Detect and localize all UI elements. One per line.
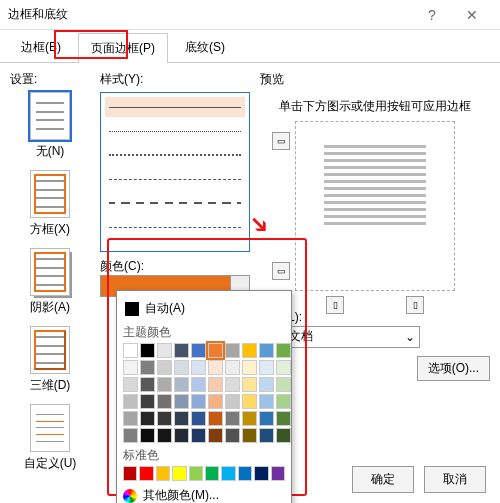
theme-swatch[interactable] (191, 343, 206, 358)
theme-swatch[interactable] (225, 377, 240, 392)
color-auto[interactable]: 自动(A) (123, 297, 285, 320)
theme-swatch[interactable] (123, 360, 138, 375)
standard-swatch[interactable] (254, 466, 268, 481)
setting-box[interactable]: 方框(X) (10, 170, 90, 238)
standard-swatch[interactable] (271, 466, 285, 481)
theme-swatch[interactable] (140, 428, 155, 443)
theme-swatch[interactable] (259, 394, 274, 409)
theme-swatch[interactable] (157, 411, 172, 426)
theme-swatch[interactable] (123, 394, 138, 409)
theme-swatch[interactable] (191, 411, 206, 426)
theme-swatch[interactable] (191, 377, 206, 392)
theme-swatch[interactable] (123, 411, 138, 426)
standard-swatch[interactable] (189, 466, 203, 481)
setting-3d-label: 三维(D) (30, 377, 71, 394)
tab-page-borders[interactable]: 页面边框(P) (78, 33, 168, 63)
theme-swatch[interactable] (225, 411, 240, 426)
theme-swatch[interactable] (208, 428, 223, 443)
edge-top-button[interactable]: ▭ (272, 132, 290, 150)
standard-swatch[interactable] (238, 466, 252, 481)
theme-swatch[interactable] (140, 377, 155, 392)
standard-swatch[interactable] (123, 466, 137, 481)
style-label: 样式(Y): (100, 71, 250, 88)
theme-swatch[interactable] (225, 428, 240, 443)
theme-swatch[interactable] (157, 377, 172, 392)
theme-swatch[interactable] (123, 377, 138, 392)
theme-swatch[interactable] (208, 394, 223, 409)
setting-3d[interactable]: 三维(D) (10, 326, 90, 394)
ok-button[interactable]: 确定 (352, 466, 414, 493)
theme-swatch[interactable] (276, 411, 291, 426)
theme-swatch[interactable] (157, 343, 172, 358)
theme-swatch[interactable] (276, 343, 291, 358)
tab-bar: 边框(B) 页面边框(P) 底纹(S) (0, 32, 500, 63)
theme-swatch[interactable] (276, 394, 291, 409)
theme-swatch[interactable] (208, 411, 223, 426)
theme-swatch[interactable] (259, 343, 274, 358)
color-popup: 自动(A) 主题颜色 标准色 其他颜色(M)... (116, 290, 292, 503)
theme-swatch[interactable] (208, 343, 223, 358)
setting-box-label: 方框(X) (30, 221, 70, 238)
theme-swatch[interactable] (276, 428, 291, 443)
theme-swatch[interactable] (208, 377, 223, 392)
tab-shading[interactable]: 底纹(S) (172, 32, 238, 62)
theme-swatch-grid (123, 343, 285, 443)
theme-swatch[interactable] (140, 394, 155, 409)
theme-swatch[interactable] (123, 428, 138, 443)
theme-swatch[interactable] (140, 343, 155, 358)
theme-swatch[interactable] (191, 428, 206, 443)
theme-swatch[interactable] (225, 360, 240, 375)
theme-swatch[interactable] (174, 394, 189, 409)
edge-bottom-button[interactable]: ▭ (272, 262, 290, 280)
theme-swatch[interactable] (191, 360, 206, 375)
preview-area[interactable]: ▭ ▭ ▯ ▯ (295, 121, 455, 291)
close-button[interactable]: ✕ (452, 1, 492, 29)
theme-swatch[interactable] (140, 360, 155, 375)
standard-swatch[interactable] (172, 466, 186, 481)
theme-swatch[interactable] (242, 411, 257, 426)
theme-swatch[interactable] (157, 394, 172, 409)
theme-swatch[interactable] (157, 428, 172, 443)
theme-swatch[interactable] (276, 360, 291, 375)
theme-swatch[interactable] (259, 377, 274, 392)
help-button[interactable]: ? (412, 1, 452, 29)
theme-swatch[interactable] (191, 394, 206, 409)
preview-label: 预览 (260, 71, 490, 88)
edge-left-button[interactable]: ▯ (326, 296, 344, 314)
theme-swatch[interactable] (242, 394, 257, 409)
theme-swatch[interactable] (242, 360, 257, 375)
theme-swatch[interactable] (123, 343, 138, 358)
standard-swatch[interactable] (205, 466, 219, 481)
cancel-button[interactable]: 取消 (424, 466, 486, 493)
color-wheel-icon (123, 489, 137, 503)
more-colors[interactable]: 其他颜色(M)... (123, 487, 285, 503)
edge-right-button[interactable]: ▯ (406, 296, 424, 314)
theme-swatch[interactable] (259, 428, 274, 443)
standard-swatch[interactable] (221, 466, 235, 481)
standard-swatch[interactable] (156, 466, 170, 481)
theme-swatch[interactable] (242, 343, 257, 358)
theme-swatch[interactable] (157, 360, 172, 375)
style-listbox[interactable] (100, 92, 250, 252)
theme-swatch[interactable] (208, 360, 223, 375)
theme-swatch[interactable] (174, 411, 189, 426)
theme-swatch[interactable] (259, 411, 274, 426)
theme-swatch[interactable] (225, 343, 240, 358)
theme-swatch[interactable] (174, 377, 189, 392)
theme-swatch[interactable] (174, 428, 189, 443)
setting-shadow[interactable]: 阴影(A) (10, 248, 90, 316)
theme-swatch[interactable] (276, 377, 291, 392)
theme-swatch[interactable] (225, 394, 240, 409)
theme-swatch[interactable] (174, 360, 189, 375)
setting-none[interactable]: 无(N) (10, 92, 90, 160)
setting-custom[interactable]: 自定义(U) (10, 404, 90, 472)
theme-swatch[interactable] (174, 343, 189, 358)
standard-swatch[interactable] (139, 466, 153, 481)
theme-swatch[interactable] (259, 360, 274, 375)
theme-swatch[interactable] (242, 377, 257, 392)
theme-swatch[interactable] (140, 411, 155, 426)
tab-borders[interactable]: 边框(B) (8, 32, 74, 62)
theme-swatch[interactable] (242, 428, 257, 443)
options-button[interactable]: 选项(O)... (417, 356, 490, 381)
setting-shadow-label: 阴影(A) (30, 299, 70, 316)
